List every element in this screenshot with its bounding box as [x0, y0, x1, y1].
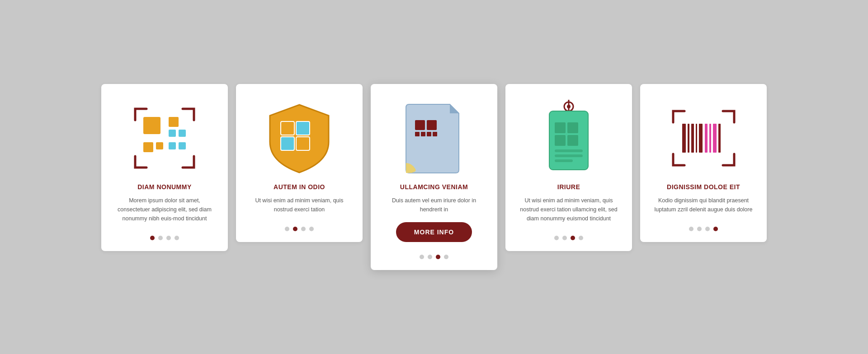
svg-rect-12	[415, 120, 425, 130]
dot	[420, 255, 424, 259]
svg-rect-10	[281, 137, 294, 150]
svg-rect-25	[567, 135, 578, 146]
card-5-icon-area	[653, 98, 754, 179]
dot	[285, 227, 289, 231]
svg-point-20	[567, 105, 571, 108]
svg-rect-26	[555, 149, 583, 152]
dot-active	[713, 227, 718, 231]
dot-active	[436, 255, 440, 259]
dot	[428, 255, 432, 259]
dot	[301, 227, 306, 231]
svg-rect-2	[143, 142, 153, 152]
dot-active	[571, 236, 575, 240]
dot-active	[150, 236, 155, 240]
card-1: DIAM NONUMMY Morem ipsum dolor sit amet,…	[101, 84, 228, 251]
svg-rect-28	[555, 159, 573, 162]
card-3-icon-area	[383, 98, 485, 179]
card-2-dots	[285, 222, 314, 231]
card-4: IRIURE Ut wisi enim ad minim veniam, qui…	[505, 84, 632, 251]
svg-rect-34	[705, 124, 708, 153]
card-4-title: IRIURE	[557, 183, 580, 191]
svg-rect-11	[296, 137, 310, 150]
svg-rect-33	[699, 124, 703, 153]
dot	[309, 227, 314, 231]
qr-scan-icon	[131, 104, 198, 172]
card-4-text: Ut wisi enim ad minim veniam, quis nostr…	[518, 196, 619, 223]
dot	[175, 236, 179, 240]
svg-rect-1	[169, 117, 179, 127]
card-4-icon-area	[518, 98, 619, 179]
card-3-dots	[420, 250, 448, 259]
dot	[444, 255, 448, 259]
dot	[166, 236, 171, 240]
svg-rect-7	[179, 142, 186, 149]
card-3-title: ULLAMCING VENIAM	[400, 183, 468, 191]
card-5: DIGNISSIM DOLOE EIT Kodio dignissim qui …	[640, 84, 767, 242]
card-1-icon-area	[114, 98, 215, 179]
dot	[579, 236, 583, 240]
svg-rect-13	[427, 120, 437, 130]
dot	[697, 227, 702, 231]
svg-rect-31	[691, 124, 694, 153]
card-2-icon-area	[249, 98, 350, 179]
svg-rect-32	[696, 124, 697, 153]
card-5-text: Kodio dignissim qui blandit praesent lup…	[653, 196, 754, 214]
card-3-text: Duis autem vel eum iriure dolor in hendr…	[383, 196, 485, 214]
dot-active	[293, 227, 297, 231]
dot	[554, 236, 559, 240]
cards-container: DIAM NONUMMY Morem ipsum dolor sit amet,…	[0, 66, 868, 288]
svg-rect-8	[281, 121, 294, 135]
svg-rect-22	[555, 122, 566, 133]
svg-rect-23	[567, 122, 578, 133]
card-5-dots	[689, 222, 718, 231]
barcode-scan-icon	[669, 107, 739, 170]
card-1-dots	[150, 231, 179, 240]
svg-rect-24	[555, 135, 566, 146]
dot	[705, 227, 710, 231]
dot	[562, 236, 567, 240]
card-1-text: Morem ipsum dolor sit amet, consectetuer…	[114, 196, 215, 223]
svg-rect-6	[169, 142, 176, 149]
svg-rect-30	[688, 124, 689, 153]
tag-icon	[544, 98, 594, 179]
svg-rect-36	[713, 124, 717, 153]
dot	[689, 227, 693, 231]
card-2-text: Ut wisi enim ad minim veniam, quis nostr…	[249, 196, 350, 214]
svg-rect-15	[421, 132, 425, 136]
svg-rect-3	[156, 142, 163, 149]
svg-rect-4	[169, 130, 176, 137]
card-2: AUTEM IN ODIO Ut wisi enim ad minim veni…	[236, 84, 363, 242]
shield-icon	[265, 101, 333, 176]
card-3: ULLAMCING VENIAM Duis autem vel eum iriu…	[371, 84, 497, 270]
svg-rect-9	[296, 121, 310, 135]
svg-rect-37	[718, 124, 721, 153]
svg-rect-16	[427, 132, 431, 136]
card-1-title: DIAM NONUMMY	[137, 183, 192, 191]
card-4-dots	[554, 231, 583, 240]
card-2-title: AUTEM IN ODIO	[274, 183, 325, 191]
more-info-button[interactable]: MORE INFO	[396, 222, 472, 242]
document-qr-icon	[402, 100, 466, 177]
svg-rect-35	[709, 124, 711, 153]
svg-rect-0	[143, 117, 160, 134]
svg-rect-5	[179, 130, 186, 137]
svg-rect-29	[682, 124, 686, 153]
card-5-title: DIGNISSIM DOLOE EIT	[667, 183, 740, 191]
svg-rect-14	[415, 132, 420, 136]
svg-rect-27	[555, 154, 583, 157]
svg-rect-17	[433, 132, 437, 136]
dot	[158, 236, 163, 240]
